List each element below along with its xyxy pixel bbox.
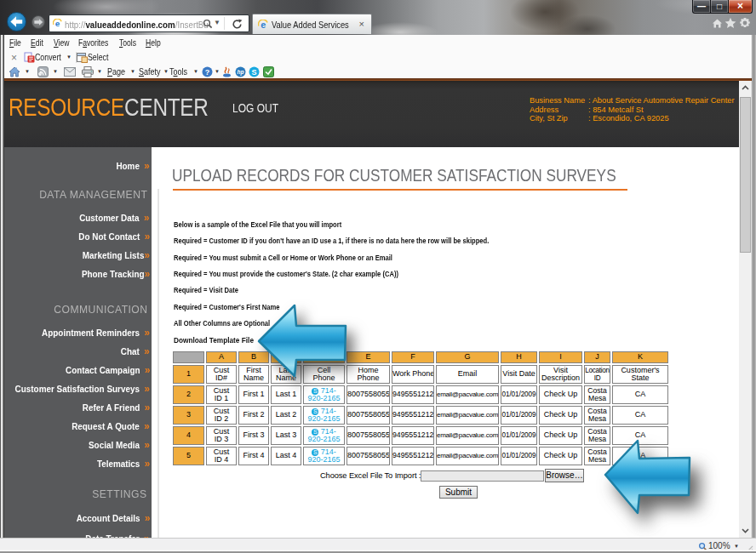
svg-text:S: S <box>251 68 256 77</box>
svg-text:e: e <box>55 19 60 28</box>
svg-text:e: e <box>261 20 266 30</box>
svg-text:hp: hp <box>238 69 244 76</box>
svg-text:?: ? <box>205 68 210 77</box>
